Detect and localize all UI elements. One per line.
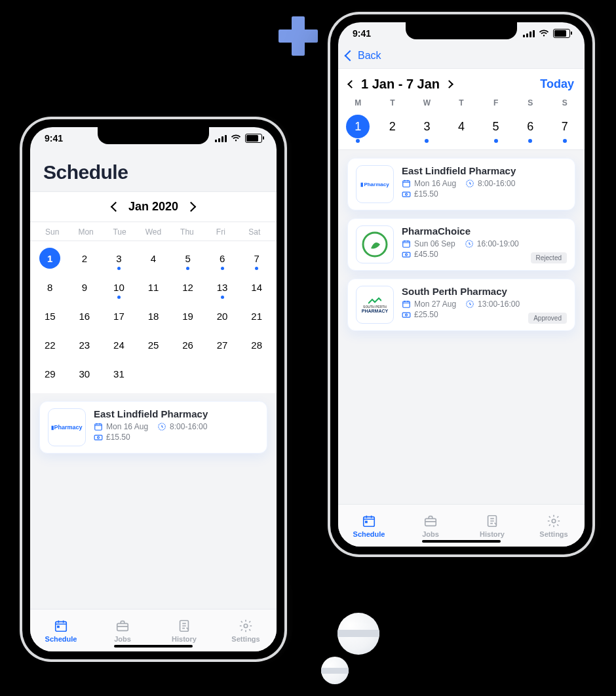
tab-schedule[interactable]: Schedule	[338, 514, 400, 538]
tab-label: Settings	[231, 635, 260, 643]
next-week-button[interactable]	[445, 80, 453, 88]
next-month-button[interactable]	[186, 202, 197, 212]
back-button[interactable]: Back	[338, 45, 585, 69]
pill-decoration-small	[321, 657, 349, 684]
job-time: 13:00-16:00	[465, 300, 520, 309]
tab-label: Jobs	[422, 530, 439, 538]
status-badge: Rejected	[531, 252, 567, 263]
tab-label: History	[480, 530, 505, 538]
calendar-day[interactable]: 19	[170, 301, 205, 330]
pharmacy-logo: ▮Pharmacy	[356, 165, 394, 203]
weekday-header: S	[513, 98, 548, 110]
weekday-header: F	[478, 98, 513, 110]
svg-rect-24	[425, 518, 436, 526]
calendar-day[interactable]: 3	[102, 244, 136, 273]
week-day[interactable]: 3	[410, 110, 444, 143]
job-date: Mon 16 Aug	[94, 422, 148, 431]
job-time: 16:00-19:00	[465, 239, 519, 248]
pharmacy-logo	[356, 225, 394, 263]
calendar-day[interactable]: 26	[170, 330, 205, 359]
calendar-day[interactable]: 14	[239, 273, 274, 301]
prev-month-button[interactable]	[111, 202, 121, 212]
week-day[interactable]: 2	[375, 110, 410, 143]
calendar-day[interactable]: 24	[102, 330, 136, 359]
week-day[interactable]: 7	[547, 110, 582, 143]
svg-rect-11	[402, 192, 410, 197]
calendar-day[interactable]: 13	[205, 273, 240, 301]
prev-week-button[interactable]	[347, 80, 356, 88]
job-card[interactable]: SOUTH PERTHPHARMACYSouth Perth PharmacyM…	[347, 279, 575, 331]
calendar-day[interactable]: 7	[239, 244, 274, 273]
calendar-day[interactable]: 21	[239, 301, 274, 330]
job-card[interactable]: PharmaChoiceSun 06 Sep16:00-19:00£45.50R…	[347, 218, 575, 271]
svg-rect-0	[95, 424, 102, 430]
calendar-day[interactable]: 15	[33, 301, 67, 330]
calendar-day[interactable]: 1	[33, 244, 67, 273]
month-selector: Jan 2020	[30, 191, 277, 222]
calendar: SunMonTueWedThuFriSat 123456789101112131…	[30, 222, 277, 393]
calendar-day[interactable]: 17	[102, 301, 136, 330]
week-day[interactable]: 5	[478, 110, 513, 143]
calendar-day[interactable]: 30	[67, 359, 102, 388]
calendar-day[interactable]: 23	[67, 330, 102, 359]
job-rate: £45.50	[402, 250, 438, 259]
week-day[interactable]: 1	[341, 110, 375, 143]
calendar-day[interactable]: 9	[67, 273, 102, 301]
calendar-day[interactable]: 11	[136, 273, 171, 301]
calendar-day[interactable]: 20	[205, 301, 240, 330]
week-strip: MTWTFSS 1234567	[338, 94, 585, 150]
tab-settings[interactable]: Settings	[215, 619, 277, 643]
week-day[interactable]: 4	[444, 110, 479, 143]
job-name: East Lindfield Pharmacy	[402, 165, 567, 176]
svg-point-26	[552, 519, 556, 523]
calendar-day[interactable]: 28	[239, 330, 274, 359]
calendar-day[interactable]: 8	[33, 273, 67, 301]
calendar-day[interactable]: 6	[205, 244, 240, 273]
job-name: East Lindfield Pharmacy	[94, 408, 259, 419]
pharmacy-logo: ▮Pharmacy	[48, 408, 86, 446]
svg-rect-5	[58, 626, 60, 628]
svg-rect-16	[402, 252, 410, 257]
calendar-day[interactable]: 18	[136, 301, 171, 330]
tab-jobs[interactable]: Jobs	[400, 514, 461, 538]
calendar-day[interactable]: 16	[67, 301, 102, 330]
calendar-day[interactable]: 31	[102, 359, 136, 388]
calendar-day[interactable]: 4	[136, 244, 171, 273]
home-indicator	[114, 645, 193, 648]
calendar-day[interactable]: 10	[102, 273, 136, 301]
week-day[interactable]: 6	[513, 110, 548, 143]
tab-label: Schedule	[353, 530, 385, 538]
job-date: Sun 06 Sep	[402, 239, 455, 248]
back-label: Back	[358, 50, 381, 62]
svg-point-12	[406, 193, 408, 195]
weekday-header: Thu	[170, 227, 204, 237]
calendar-icon	[54, 619, 68, 633]
wifi-icon	[231, 134, 241, 142]
tab-settings[interactable]: Settings	[523, 514, 585, 538]
tab-schedule[interactable]: Schedule	[30, 619, 92, 643]
job-time: 8:00-16:00	[157, 422, 207, 431]
job-date: Mon 27 Aug	[402, 300, 456, 309]
calendar-icon	[362, 514, 376, 528]
calendar-day[interactable]: 25	[136, 330, 171, 359]
today-button[interactable]: Today	[540, 77, 574, 91]
svg-point-21	[406, 314, 408, 316]
tab-history[interactable]: History	[461, 514, 523, 538]
page-title: Schedule	[43, 161, 263, 184]
battery-icon	[245, 134, 262, 143]
calendar-day[interactable]: 12	[170, 273, 205, 301]
calendar-day[interactable]: 22	[33, 330, 67, 359]
tab-history[interactable]: History	[153, 619, 215, 643]
tab-label: Jobs	[114, 635, 131, 643]
calendar-day[interactable]: 5	[170, 244, 205, 273]
tab-label: Settings	[539, 530, 568, 538]
job-card[interactable]: ▮PharmacyEast Lindfield PharmacyMon 16 A…	[347, 158, 575, 210]
tab-jobs[interactable]: Jobs	[92, 619, 153, 643]
tab-label: Schedule	[45, 635, 77, 643]
job-card[interactable]: ▮Pharmacy East Lindfield Pharmacy Mon 16…	[39, 401, 267, 454]
svg-rect-6	[117, 623, 128, 630]
calendar-day[interactable]: 2	[67, 244, 102, 273]
gear-icon	[547, 514, 561, 528]
calendar-day[interactable]: 27	[205, 330, 240, 359]
calendar-day[interactable]: 29	[33, 359, 67, 388]
